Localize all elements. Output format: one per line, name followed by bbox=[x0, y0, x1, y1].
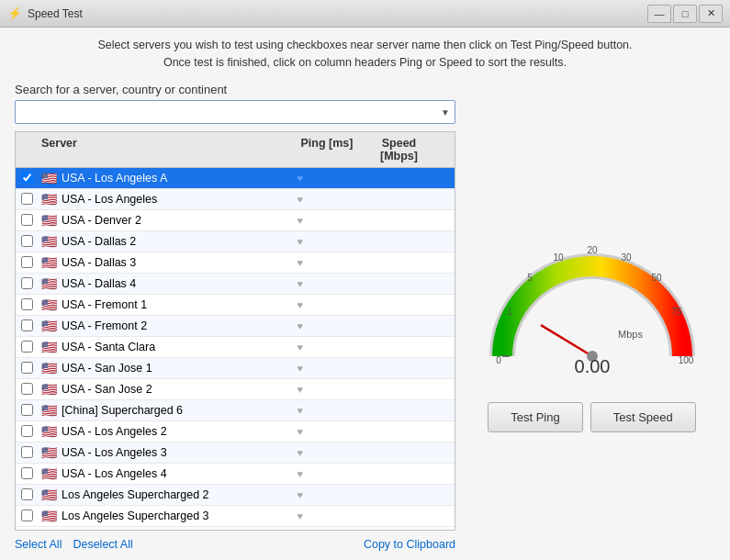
table-row[interactable]: 🇺🇸USA - Fremont 1♥ bbox=[16, 295, 455, 316]
row-server-name: 🇺🇸USA - Los Angeles A♥ bbox=[38, 168, 310, 188]
close-button[interactable]: ✕ bbox=[699, 5, 723, 23]
server-checkbox[interactable] bbox=[21, 214, 33, 226]
header-speed[interactable]: Speed [Mbps] bbox=[360, 132, 438, 167]
server-checkbox[interactable] bbox=[21, 467, 33, 479]
row-ping bbox=[310, 174, 376, 182]
flag-icon: 🇺🇸 bbox=[41, 341, 57, 353]
row-checkbox[interactable] bbox=[16, 253, 38, 271]
row-speed bbox=[376, 407, 455, 414]
favorite-heart-icon[interactable]: ♥ bbox=[297, 194, 307, 205]
svg-text:50: 50 bbox=[651, 273, 662, 283]
search-input[interactable] bbox=[15, 100, 455, 124]
server-checkbox[interactable] bbox=[21, 425, 33, 437]
row-server-name: 🇺🇸USA - Los Angeles♥ bbox=[38, 189, 310, 209]
favorite-heart-icon[interactable]: ♥ bbox=[297, 405, 307, 416]
row-checkbox[interactable] bbox=[16, 274, 38, 292]
server-checkbox[interactable] bbox=[21, 298, 33, 310]
table-row[interactable]: 🇺🇸USA - Los Angeles♥ bbox=[16, 189, 455, 210]
favorite-heart-icon[interactable]: ♥ bbox=[297, 342, 307, 353]
deselect-all-button[interactable]: Deselect All bbox=[73, 538, 132, 551]
favorite-heart-icon[interactable]: ♥ bbox=[297, 489, 307, 500]
row-checkbox[interactable] bbox=[16, 169, 38, 186]
row-checkbox[interactable] bbox=[16, 486, 38, 503]
server-checkbox[interactable] bbox=[21, 277, 33, 289]
row-checkbox[interactable] bbox=[16, 338, 38, 355]
row-speed bbox=[376, 238, 455, 245]
favorite-heart-icon[interactable]: ♥ bbox=[297, 426, 307, 437]
server-checkbox[interactable] bbox=[21, 362, 33, 374]
server-checkbox[interactable] bbox=[21, 510, 33, 521]
favorite-heart-icon[interactable]: ♥ bbox=[297, 278, 307, 289]
table-row[interactable]: 🇺🇸USA - Los Angeles 3♥ bbox=[16, 442, 455, 464]
table-row[interactable]: 🇺🇸USA - San Jose 2♥ bbox=[16, 379, 455, 400]
server-checkbox[interactable] bbox=[21, 488, 33, 500]
svg-text:0: 0 bbox=[496, 355, 501, 365]
favorite-heart-icon[interactable]: ♥ bbox=[297, 173, 307, 184]
table-row[interactable]: 🇺🇸USA - Dallas 3♥ bbox=[16, 252, 455, 274]
server-checkbox[interactable] bbox=[21, 193, 33, 205]
row-checkbox[interactable] bbox=[16, 232, 38, 250]
favorite-heart-icon[interactable]: ♥ bbox=[297, 236, 307, 247]
favorite-heart-icon[interactable]: ♥ bbox=[297, 215, 307, 226]
row-checkbox[interactable] bbox=[16, 465, 38, 482]
table-row[interactable]: 🇺🇸USA - Los Angeles A♥ bbox=[16, 168, 455, 189]
row-checkbox[interactable] bbox=[16, 401, 38, 419]
table-row[interactable]: 🇺🇸USA - Fremont 2♥ bbox=[16, 316, 455, 337]
table-row[interactable]: 🇺🇸USA - Los Angeles 4♥ bbox=[16, 464, 455, 485]
table-body[interactable]: 🇺🇸USA - Los Angeles A♥🇺🇸USA - Los Angele… bbox=[16, 168, 455, 531]
server-label: USA - Dallas 4 bbox=[62, 277, 136, 290]
select-all-button[interactable]: Select All bbox=[15, 538, 62, 551]
server-checkbox[interactable] bbox=[21, 319, 33, 331]
flag-icon: 🇺🇸 bbox=[41, 256, 57, 269]
header-server[interactable]: Server bbox=[38, 132, 294, 167]
server-checkbox[interactable] bbox=[21, 446, 33, 458]
row-checkbox[interactable] bbox=[16, 211, 38, 229]
server-checkbox[interactable] bbox=[21, 256, 33, 268]
maximize-button[interactable]: □ bbox=[673, 5, 697, 23]
table-row[interactable]: 🇺🇸USA - Dallas 2♥ bbox=[16, 231, 455, 252]
table-row[interactable]: 🇺🇸USA - Santa Clara♥ bbox=[16, 337, 455, 358]
favorite-heart-icon[interactable]: ♥ bbox=[297, 468, 307, 479]
server-checkbox[interactable] bbox=[21, 404, 33, 416]
row-ping bbox=[310, 343, 376, 351]
row-ping bbox=[310, 196, 376, 203]
svg-text:75: 75 bbox=[671, 307, 682, 317]
favorite-heart-icon[interactable]: ♥ bbox=[297, 363, 307, 374]
favorite-heart-icon[interactable]: ♥ bbox=[297, 447, 307, 458]
server-checkbox[interactable] bbox=[21, 235, 33, 247]
table-row[interactable]: 🇺🇸[China] Supercharged 6♥ bbox=[16, 400, 455, 421]
row-checkbox[interactable] bbox=[16, 296, 38, 313]
table-row[interactable]: 🇺🇸Los Angeles Supercharged 2♥ bbox=[16, 485, 455, 506]
row-checkbox[interactable] bbox=[16, 190, 38, 207]
minimize-button[interactable]: — bbox=[647, 5, 671, 23]
row-checkbox[interactable] bbox=[16, 317, 38, 334]
row-checkbox[interactable] bbox=[16, 443, 38, 461]
row-speed bbox=[376, 301, 455, 308]
header-ping[interactable]: Ping [ms] bbox=[294, 132, 360, 167]
row-speed bbox=[376, 280, 455, 287]
row-checkbox[interactable] bbox=[16, 507, 38, 524]
favorite-heart-icon[interactable]: ♥ bbox=[297, 257, 307, 268]
server-checkbox[interactable] bbox=[21, 341, 33, 353]
row-checkbox[interactable] bbox=[16, 422, 38, 440]
table-row[interactable]: 🇺🇸USA - Denver 2♥ bbox=[16, 210, 455, 231]
table-row[interactable]: 🇺🇸USA - Los Angeles 2♥ bbox=[16, 421, 455, 442]
action-buttons: Test Ping Test Speed bbox=[488, 402, 696, 432]
copy-clipboard-button[interactable]: Copy to Clipboard bbox=[364, 538, 455, 551]
server-checkbox[interactable] bbox=[21, 383, 33, 395]
bottom-links: Select All Deselect All bbox=[15, 538, 133, 551]
server-checkbox[interactable] bbox=[21, 172, 33, 184]
test-ping-button[interactable]: Test Ping bbox=[488, 402, 582, 432]
favorite-heart-icon[interactable]: ♥ bbox=[297, 510, 307, 521]
table-row[interactable]: 🇺🇸USA - Dallas 4♥ bbox=[16, 274, 455, 295]
server-label: USA - Los Angeles bbox=[62, 193, 157, 206]
table-row[interactable]: 🇺🇸USA - San Jose 1♥ bbox=[16, 358, 455, 379]
favorite-heart-icon[interactable]: ♥ bbox=[297, 320, 307, 331]
row-server-name: 🇺🇸USA - Santa Clara♥ bbox=[38, 337, 310, 357]
table-row[interactable]: 🇺🇸Los Angeles Supercharged 3♥ bbox=[16, 506, 455, 527]
test-speed-button[interactable]: Test Speed bbox=[590, 402, 696, 432]
row-checkbox[interactable] bbox=[16, 380, 38, 398]
favorite-heart-icon[interactable]: ♥ bbox=[297, 384, 307, 395]
favorite-heart-icon[interactable]: ♥ bbox=[297, 299, 307, 310]
row-checkbox[interactable] bbox=[16, 359, 38, 376]
